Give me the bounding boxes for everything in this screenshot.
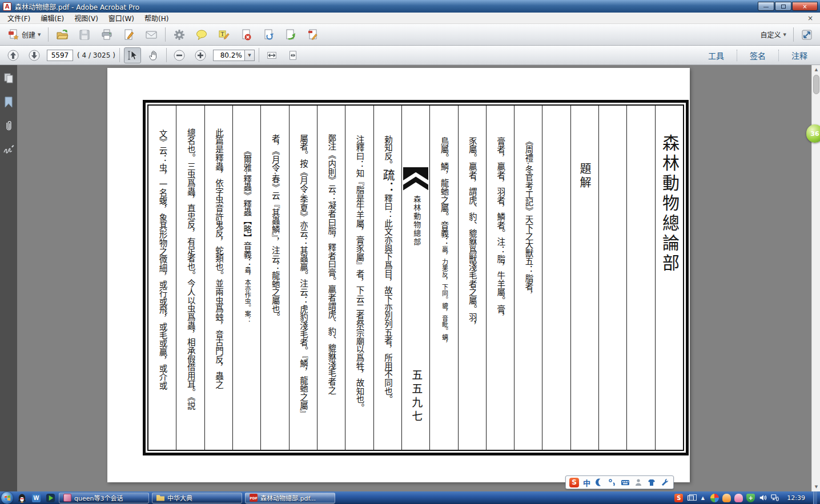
delete-page-button[interactable] xyxy=(238,27,255,43)
show-desktop-button[interactable] xyxy=(813,491,817,504)
attachments-icon[interactable] xyxy=(2,120,15,132)
fit-page-button[interactable] xyxy=(284,47,302,63)
column-text: 文》云：虫，一名蝮，象其形物之微細，或行或飛，或毛或贏，或介或 xyxy=(158,130,167,390)
scroll-up-icon[interactable]: ▲ xyxy=(812,65,820,74)
column-text: 屬者。按《月令·季夏》亦云：其蟲贏。注云：虎豹淺毛者。『鱗，龍虵之屬』 xyxy=(299,134,308,418)
network-icon[interactable] xyxy=(770,494,779,502)
menu-view[interactable]: 视图(V) xyxy=(69,12,103,24)
column-text: 鳥屬。鱗，龍虵之屬。音義： xyxy=(440,137,449,246)
menu-bar: 文件(F) 编辑(E) 视图(V) 窗口(W) 帮助(H) × xyxy=(0,13,820,24)
hand-tool-button[interactable] xyxy=(145,47,162,63)
text-note-icon: T xyxy=(218,29,230,41)
player-icon[interactable] xyxy=(45,492,56,503)
page-border-frame: 森林動物總論部題解《周禮·冬官考工記》天下之大獸五：脂者，膏者，贏者，羽者，鱗者… xyxy=(143,100,689,455)
page-viewport[interactable]: 森林動物總論部題解《周禮·冬官考工記》天下之大獸五：脂者，膏者，贏者，羽者，鱗者… xyxy=(17,65,811,491)
qq-orange-icon[interactable] xyxy=(722,494,731,502)
email-button[interactable] xyxy=(143,27,160,43)
assistant-float-ball[interactable]: 36 xyxy=(806,124,820,143)
minimize-button[interactable]: — xyxy=(758,2,774,11)
system-tray: S ▲ + 12:39 xyxy=(674,491,819,504)
signatures-icon[interactable] xyxy=(2,144,15,156)
taskbar-task[interactable]: PDF森林动物總部.pdf... xyxy=(245,493,335,503)
column-text: 蟲，本亦作虫。案： xyxy=(243,267,251,324)
menubar-close-icon[interactable]: × xyxy=(803,14,818,22)
qq-pink-icon[interactable] xyxy=(734,494,743,502)
comment-button[interactable] xyxy=(193,27,210,43)
comment-panel-button[interactable]: 注释 xyxy=(783,47,815,63)
zoom-level-value[interactable]: 80.2% xyxy=(213,50,245,61)
word-icon[interactable]: W xyxy=(30,492,42,503)
qq-icon[interactable] xyxy=(16,492,27,503)
print-button[interactable] xyxy=(98,27,115,43)
fill-sign-button[interactable] xyxy=(304,27,321,43)
toolbox-wrench-icon[interactable] xyxy=(660,478,669,487)
moon-icon[interactable] xyxy=(594,478,604,487)
task-label: queen等3个会话 xyxy=(74,493,123,502)
assistant-ball-label: 36 xyxy=(810,130,819,138)
window-restore-icon[interactable] xyxy=(686,494,695,502)
start-button[interactable] xyxy=(1,492,13,504)
save-button[interactable] xyxy=(76,27,93,43)
column-text: 總名也。三虫爲蟲，直忠反，有足者也。今人以虫爲蟲，相承假借用耳。《説 xyxy=(186,128,195,410)
taskbar: W queen等3个会话中华大典PDF森林动物總部.pdf... S ▲ + 1… xyxy=(0,491,820,504)
menu-window[interactable]: 窗口(W) xyxy=(103,12,139,24)
maximize-button[interactable] xyxy=(775,2,791,11)
create-pdf-button[interactable]: 创建 ▼ xyxy=(5,27,43,43)
zoom-out-icon xyxy=(173,49,186,62)
menu-help[interactable]: 帮助(H) xyxy=(139,12,174,24)
text-note-button[interactable]: T xyxy=(215,27,232,43)
center-page-number: 五五九七 xyxy=(402,369,429,450)
soft-keyboard-icon[interactable] xyxy=(621,478,630,487)
close-button[interactable]: × xyxy=(792,2,818,11)
select-tool-button[interactable] xyxy=(124,47,141,63)
scroll-down-icon[interactable]: ▼ xyxy=(812,482,820,491)
scrollbar-thumb[interactable] xyxy=(813,75,819,94)
taskbar-task[interactable]: 中华大典 xyxy=(152,493,242,503)
tools-panel-button[interactable]: 工具 xyxy=(700,47,732,63)
chinese-mode-icon[interactable]: 中 xyxy=(583,477,590,488)
fullscreen-button[interactable] xyxy=(798,27,815,43)
volume-icon[interactable] xyxy=(758,494,767,502)
zoom-out-button[interactable] xyxy=(171,47,188,63)
page-empty-column xyxy=(542,106,570,450)
sign-panel-button[interactable]: 签名 xyxy=(742,47,774,63)
scan-ocr-button[interactable] xyxy=(260,27,277,43)
safety-shield-icon[interactable]: + xyxy=(746,494,755,502)
open-file-button[interactable] xyxy=(54,27,71,43)
menu-file[interactable]: 文件(F) xyxy=(2,12,35,24)
column-text: 題解 xyxy=(578,163,592,190)
document-area: 森林動物總論部題解《周禮·冬官考工記》天下之大獸五：脂者，膏者，贏者，羽者，鱗者… xyxy=(0,65,820,491)
page-number-input[interactable] xyxy=(47,50,73,61)
sogou-tray-icon[interactable]: S xyxy=(674,494,683,502)
export-page-button[interactable] xyxy=(282,27,299,43)
previous-page-button[interactable] xyxy=(5,47,22,63)
taskbar-clock[interactable]: 12:39 xyxy=(782,494,810,502)
bookmarks-icon[interactable] xyxy=(2,96,15,108)
task-label: 中华大典 xyxy=(167,493,192,502)
punctuation-icon[interactable] xyxy=(608,478,617,487)
page-thumbnails-icon[interactable] xyxy=(2,72,15,84)
ime-toolbar: S 中 xyxy=(565,475,674,489)
sogou-logo-icon[interactable]: S xyxy=(569,478,579,487)
compose-page-button[interactable] xyxy=(120,27,138,43)
page-text-column: 總名也。三虫爲蟲，直忠反，有足者也。今人以虫爲蟲，相承假借用耳。《説 xyxy=(176,106,204,450)
next-page-button[interactable] xyxy=(26,47,43,63)
customize-label: 自定义 xyxy=(761,30,781,39)
zoom-dropdown-button[interactable]: ▼ xyxy=(245,50,255,61)
page-text-column: 此篇是釋蟲，依字虫音許鬼反，蛇類也。並兩虫爲䖵，音古門反，蟲之 xyxy=(205,106,233,450)
menu-edit[interactable]: 编辑(E) xyxy=(35,12,69,24)
compose-page-icon xyxy=(123,29,135,41)
account-icon[interactable] xyxy=(634,478,643,487)
fit-width-button[interactable] xyxy=(263,47,280,63)
select-tool-icon xyxy=(126,49,139,62)
fit-width-icon xyxy=(266,49,278,62)
skin-icon[interactable] xyxy=(647,478,656,487)
zoom-in-button[interactable] xyxy=(192,47,209,63)
customize-button[interactable]: 自定义 ▼ xyxy=(758,28,789,41)
settings-button[interactable] xyxy=(171,27,188,43)
hidden-icons-arrow[interactable]: ▲ xyxy=(698,494,707,502)
page-text-column: 膏者，贏者，羽者，鱗者。注：脂，牛羊屬。膏， xyxy=(487,106,514,450)
360-icon[interactable] xyxy=(710,494,719,502)
page-text-column: 鄭注《内則》云：凝者曰脂，釋者曰膏。贏者謂虎、豹、貔貅淺毛者之 xyxy=(317,106,345,450)
taskbar-task[interactable]: queen等3个会话 xyxy=(59,493,149,503)
